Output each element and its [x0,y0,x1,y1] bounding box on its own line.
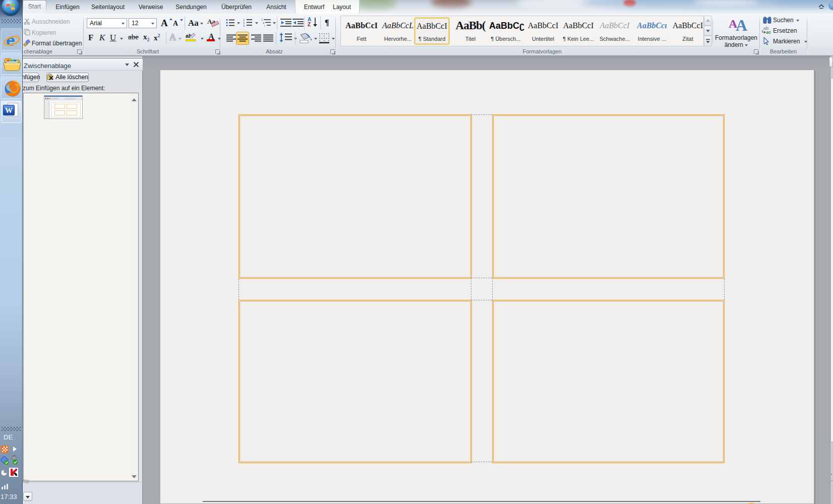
svg-text:e: e [6,31,15,49]
svg-text:3: 3 [243,24,245,27]
svg-text:i: i [264,24,265,27]
